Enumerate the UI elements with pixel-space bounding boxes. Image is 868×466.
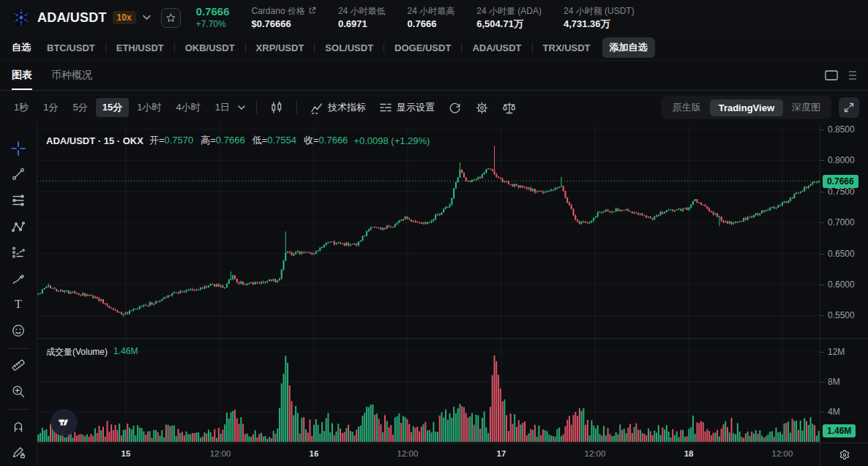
tab-coin-overview[interactable]: 币种概况 xyxy=(51,61,92,90)
time-axis-border xyxy=(37,443,868,443)
display-settings-button[interactable]: 显示设置 xyxy=(379,101,435,114)
pair-item-ada-usdt[interactable]: ADA/USDT xyxy=(472,42,521,53)
price-tick-label: 0.8500 xyxy=(828,124,855,135)
balance-scale-icon xyxy=(502,101,517,115)
chart-mode-controls: 原生版TradingView深度图 xyxy=(662,96,859,119)
crosshair-tool-button[interactable] xyxy=(6,136,31,161)
forecast-icon xyxy=(11,245,26,260)
mode-option-原生版[interactable]: 原生版 xyxy=(664,98,710,117)
brush-tool-button[interactable] xyxy=(6,266,31,291)
ruler-icon xyxy=(11,358,26,372)
interval-button-4小时[interactable]: 4小时 xyxy=(169,98,206,117)
stat-item: Cardano 价格$0.76666 xyxy=(252,6,316,30)
interval-button-1小时[interactable]: 1小时 xyxy=(130,98,168,117)
interval-button-1日[interactable]: 1日 xyxy=(209,98,236,117)
legend-ohlc-item: 开=0.7570 xyxy=(149,134,193,147)
pair-item-sol-usdt[interactable]: SOL/USDT xyxy=(325,42,373,53)
volume-value: 1.46M xyxy=(113,346,138,358)
trend-line-tool-button[interactable] xyxy=(6,162,31,187)
measure-tool-button[interactable] xyxy=(6,353,31,378)
fib-retracement-tool-button[interactable] xyxy=(6,188,31,213)
axis-settings-gear-icon[interactable] xyxy=(838,448,851,462)
price-tick-label: 0.6000 xyxy=(828,279,855,290)
drawing-lock-tool-button[interactable] xyxy=(6,440,31,465)
interval-button-15分[interactable]: 15分 xyxy=(96,98,129,117)
tab-chart[interactable]: 图表 xyxy=(12,61,32,90)
layout-window-icon[interactable] xyxy=(824,69,839,81)
svg-text:T: T xyxy=(15,298,22,310)
mode-option-深度图[interactable]: 深度图 xyxy=(783,98,829,117)
toolbar-divider xyxy=(7,348,29,349)
watchlist-tab[interactable]: 自选 xyxy=(12,41,31,54)
fullscreen-button[interactable] xyxy=(839,97,859,118)
time-tick-label: 12:00 xyxy=(397,449,419,458)
time-tick-label: 12:00 xyxy=(585,449,606,458)
stat-item: 24 小时额 (USDT)4,731.36万 xyxy=(564,6,635,30)
time-axis[interactable]: 1512:001612:001712:001812:00 xyxy=(37,443,820,466)
stat-value: 0.6971 xyxy=(338,18,386,30)
magnet-tool-button[interactable] xyxy=(6,414,31,439)
pane-divider[interactable] xyxy=(37,338,868,339)
zoom-in-tool-button[interactable] xyxy=(6,379,31,404)
price-tick-label: 0.5500 xyxy=(828,310,855,320)
indicators-label: 技术指标 xyxy=(328,101,366,114)
pair-separator xyxy=(461,43,462,53)
interval-button-1秒[interactable]: 1秒 xyxy=(7,98,35,117)
last-price-badge: 0.7666 xyxy=(823,175,858,188)
interval-button-1分[interactable]: 1分 xyxy=(37,98,64,117)
text-icon: T xyxy=(11,297,26,312)
view-tabs-row: 图表 币种概况 xyxy=(0,61,868,91)
external-link-icon[interactable] xyxy=(308,7,316,15)
gear-icon xyxy=(475,101,489,115)
trading-app: ADA/USDT 10x 0.7666 +7.70% Cardano 价格$0.… xyxy=(0,0,868,466)
interval-button-5分[interactable]: 5分 xyxy=(66,98,94,117)
pair-item-trx-usdt[interactable]: TRX/USDT xyxy=(543,42,591,53)
emoji-tool-button[interactable] xyxy=(6,318,31,343)
pair-item-okb-usdt[interactable]: OKB/USDT xyxy=(185,42,235,53)
price-axis[interactable]: 0.7666 1.46M 0.85000.80000.75000.70000.6… xyxy=(820,124,868,466)
compare-scale-button[interactable] xyxy=(502,101,517,115)
display-settings-label: 显示设置 xyxy=(397,101,435,114)
interval-group: 1秒1分5分15分1小时4小时1日 xyxy=(7,98,236,117)
xabcd-pattern-tool-button[interactable] xyxy=(6,214,31,239)
pair-item-eth-usdt[interactable]: ETH/USDT xyxy=(116,42,164,53)
brush-icon xyxy=(11,271,26,286)
pair-separator xyxy=(384,43,384,53)
indicators-button[interactable]: 技术指标 xyxy=(310,101,366,114)
stat-value: 0.7666 xyxy=(408,18,455,30)
header: ADA/USDT 10x 0.7666 +7.70% Cardano 价格$0.… xyxy=(0,0,868,35)
stat-value: 6,504.71万 xyxy=(476,18,542,30)
interval-more-chevron-icon[interactable] xyxy=(238,105,245,110)
replay-button[interactable] xyxy=(448,101,462,115)
drag-handle-icon[interactable] xyxy=(849,69,856,81)
mode-option-TradingView[interactable]: TradingView xyxy=(710,99,783,116)
forecast-tool-button[interactable] xyxy=(6,240,31,265)
text-tool-button[interactable]: T xyxy=(6,292,31,317)
pair-item-doge-usdt[interactable]: DOGE/USDT xyxy=(394,42,451,53)
add-favorite-button[interactable]: 添加自选 xyxy=(602,37,655,58)
trend-line-icon xyxy=(11,167,26,181)
candle-style-button[interactable] xyxy=(270,101,283,114)
legend-title: ADA/USDT · 15 · OKX xyxy=(46,135,143,146)
legend-ohlc-item: 收=0.7666 xyxy=(304,134,348,147)
tradingview-logo[interactable] xyxy=(50,409,78,436)
price-tick-label: 0.6500 xyxy=(828,249,855,259)
pair-item-btc-usdt[interactable]: BTC/USDT xyxy=(47,42,95,53)
chart-settings-button[interactable] xyxy=(475,101,489,115)
price-tick-label: 0.8000 xyxy=(828,155,855,165)
leverage-badge: 10x xyxy=(113,11,136,24)
display-settings-icon xyxy=(379,101,392,114)
pair-selector-chevron-icon[interactable] xyxy=(143,15,151,20)
ada-coin-logo xyxy=(12,8,31,27)
stat-label: 24 小时最高 xyxy=(408,6,455,16)
last-volume-badge: 1.46M xyxy=(823,424,856,437)
chart-plot[interactable]: ADA/USDT · 15 · OKX 开=0.7570高=0.7666低=0.… xyxy=(37,124,820,466)
chart-mode-switcher: 原生版TradingView深度图 xyxy=(662,96,831,119)
stat-label: 24 小时额 (USDT) xyxy=(564,6,635,16)
candlestick-icon xyxy=(270,101,283,114)
star-icon xyxy=(165,12,176,23)
favorite-star-button[interactable] xyxy=(161,8,181,28)
indicators-icon xyxy=(310,101,323,114)
stat-label: 24 小时最低 xyxy=(338,6,386,16)
pair-item-xrp-usdt[interactable]: XRP/USDT xyxy=(256,42,304,53)
